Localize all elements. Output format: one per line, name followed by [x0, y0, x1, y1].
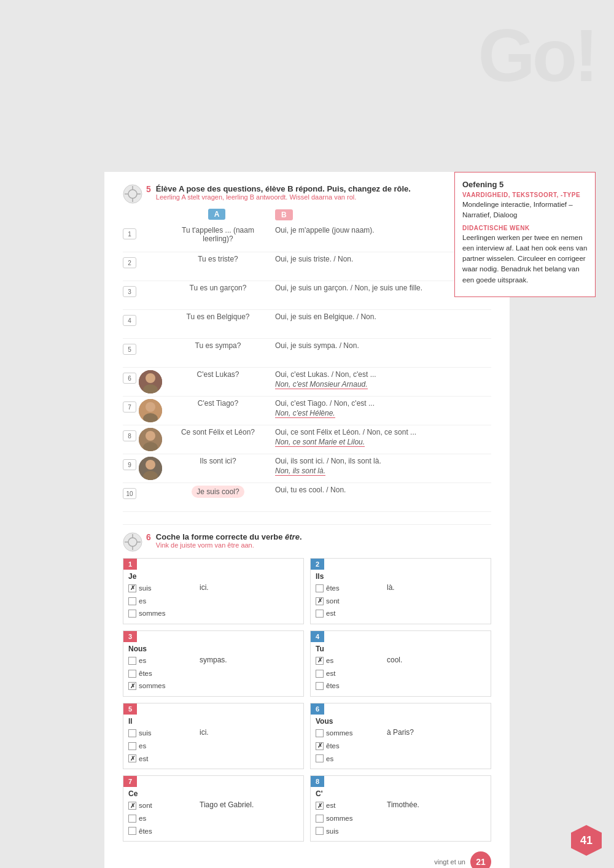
checkbox-4-1[interactable]: [316, 670, 324, 678]
ex5-row-3: 3Tu es un garçon?Oui, je suis un garçon.…: [123, 281, 491, 310]
cell-inner-6: Voussommes✗êtesesà Paris?: [316, 717, 486, 765]
checkbox-6-2[interactable]: [316, 754, 324, 762]
cell-option-1-0[interactable]: ✗suis: [128, 582, 196, 595]
cell-option-2-2[interactable]: est: [316, 607, 383, 620]
row-photo-1: [139, 226, 162, 249]
checkbox-6-0[interactable]: [316, 729, 324, 737]
cell-option-3-0[interactable]: es: [128, 654, 196, 667]
option-label-3-2: sommes: [139, 680, 165, 692]
checkbox-8-0[interactable]: ✗: [316, 802, 324, 810]
exercise6-grid: 1Je✗suisessommesici.2Ilsêtes✗sontestlà.3…: [123, 558, 491, 842]
col-b-text-9: Oui, ils sont ici. / Non, ils sont là.No…: [270, 457, 491, 476]
option-label-6-1: êtes: [326, 740, 340, 753]
checkbox-7-0[interactable]: ✗: [128, 802, 136, 810]
checkbox-8-1[interactable]: [316, 815, 324, 823]
checkbox-4-2[interactable]: [316, 682, 324, 690]
ex6-cell-4: 4Tu✗esestêtescool.: [310, 630, 491, 697]
ex5-row-10: 10Je suis cool?Oui, tu es cool. / Non.: [123, 483, 491, 512]
cell-option-1-1[interactable]: es: [128, 595, 196, 608]
cell-num-1: 1: [123, 559, 137, 570]
checkbox-8-2[interactable]: [316, 827, 324, 835]
checkbox-1-0[interactable]: ✗: [128, 584, 136, 592]
cell-num-7: 7: [123, 776, 137, 787]
option-label-2-1: sont: [326, 595, 340, 608]
checkbox-3-0[interactable]: [128, 657, 136, 665]
ex6-cell-5: 5Ilsuises✗estici.: [123, 703, 304, 769]
cell-option-1-2[interactable]: sommes: [128, 607, 196, 620]
col-a-label: A: [208, 209, 226, 220]
checkbox-1-2[interactable]: [128, 610, 136, 618]
cell-num-6: 6: [311, 703, 324, 715]
cell-option-5-1[interactable]: es: [128, 740, 196, 753]
ex5-row-5: 5Tu es sympa?Oui, je suis sympa. / Non.: [123, 339, 491, 368]
checkbox-2-0[interactable]: [316, 584, 324, 592]
svg-point-14: [146, 431, 155, 441]
cell-subject-6: Vous: [316, 717, 383, 726]
checkbox-3-2[interactable]: ✗: [128, 682, 136, 690]
cell-option-6-0[interactable]: sommes: [316, 727, 383, 740]
col-b-text-4: Oui, je suis en Belgique. / Non.: [270, 312, 491, 321]
checkbox-3-1[interactable]: [128, 670, 136, 678]
svg-point-17: [146, 460, 155, 470]
cell-option-8-0[interactable]: ✗est: [316, 799, 383, 812]
cell-option-5-0[interactable]: suis: [128, 727, 196, 740]
cell-option-6-1[interactable]: ✗êtes: [316, 740, 383, 753]
cell-option-8-1[interactable]: sommes: [316, 812, 383, 825]
col-b-text-10: Oui, tu es cool. / Non.: [270, 486, 491, 494]
option-label-1-0: suis: [139, 582, 151, 595]
row-photo-8: [139, 428, 162, 451]
svg-point-8: [146, 373, 155, 383]
checkbox-5-0[interactable]: [128, 729, 136, 737]
col-a-text-9: Ils sont ici?: [166, 457, 270, 465]
cell-option-8-2[interactable]: suis: [316, 825, 383, 838]
checkbox-2-2[interactable]: [316, 610, 324, 618]
cell-subject-5: Il: [128, 717, 196, 726]
sidebar-text1: Mondelinge interactie, Informatief – Nar…: [462, 200, 588, 221]
exercise5-num: 5: [146, 184, 151, 194]
ex6-cell-8: 8C'✗estsommessuisTimothée.: [310, 775, 491, 842]
cell-option-2-0[interactable]: êtes: [316, 582, 383, 595]
cell-option-7-2[interactable]: êtes: [128, 825, 196, 838]
cell-subject-4: Tu: [316, 645, 383, 653]
sidebar-box: Oefening 5 VAARDIGHEID, TEKSTSOORT, -TYP…: [454, 172, 596, 297]
checkbox-1-1[interactable]: [128, 597, 136, 605]
cell-right-6: à Paris?: [383, 717, 486, 737]
row-content-9: Ils sont ici?Oui, ils sont ici. / Non, i…: [166, 457, 491, 476]
row-num-7: 7: [123, 401, 136, 413]
cell-left-4: Tu✗esestêtes: [316, 645, 383, 692]
col-a-header-cell: A: [165, 209, 269, 220]
checkbox-5-2[interactable]: ✗: [128, 754, 136, 762]
cell-option-6-2[interactable]: es: [316, 753, 383, 765]
option-label-3-0: es: [139, 654, 146, 667]
exercise5-title: Élève A pose des questions, élève B répo…: [156, 184, 411, 193]
row-photo-10: [139, 486, 162, 509]
row-num-6: 6: [123, 373, 136, 384]
cell-option-4-1[interactable]: est: [316, 667, 383, 680]
cell-option-7-0[interactable]: ✗sont: [128, 799, 196, 812]
checkbox-5-1[interactable]: [128, 742, 136, 750]
cell-right-1: ici.: [196, 572, 298, 592]
col-a-text-6: C'est Lukas?: [166, 370, 270, 379]
cell-option-4-0[interactable]: ✗es: [316, 654, 383, 667]
checkbox-2-1[interactable]: ✗: [316, 597, 324, 605]
cell-option-2-1[interactable]: ✗sont: [316, 595, 383, 608]
sidebar-label1: VAARDIGHEID, TEKSTSOORT, -TYPE: [462, 192, 588, 198]
cell-option-5-2[interactable]: ✗est: [128, 753, 196, 765]
checkbox-7-1[interactable]: [128, 815, 136, 823]
corner-badge-container: 41: [571, 825, 602, 856]
ex5-row-9: 9Ils sont ici?Oui, ils sont ici. / Non, …: [123, 454, 491, 483]
row-content-2: Tu es triste?Oui, je suis triste. / Non.: [166, 255, 491, 263]
row-content-6: C'est Lukas?Oui, c'est Lukas. / Non, c'e…: [166, 370, 491, 389]
col-a-text-2: Tu es triste?: [166, 255, 270, 263]
cell-inner-3: Nousesêtes✗sommessympas.: [128, 645, 298, 692]
cell-option-4-2[interactable]: êtes: [316, 680, 383, 692]
cell-option-7-1[interactable]: es: [128, 812, 196, 825]
exercise6-subtitle: Vink de juiste vorm van être aan.: [156, 541, 302, 549]
checkbox-7-2[interactable]: [128, 827, 136, 835]
cell-option-3-1[interactable]: êtes: [128, 667, 196, 680]
checkbox-6-1[interactable]: ✗: [316, 742, 324, 750]
checkbox-4-0[interactable]: ✗: [316, 657, 324, 665]
col-b-text-5: Oui, je suis sympa. / Non.: [270, 341, 491, 350]
cell-option-3-2[interactable]: ✗sommes: [128, 680, 196, 692]
row-num-9: 9: [123, 459, 136, 470]
